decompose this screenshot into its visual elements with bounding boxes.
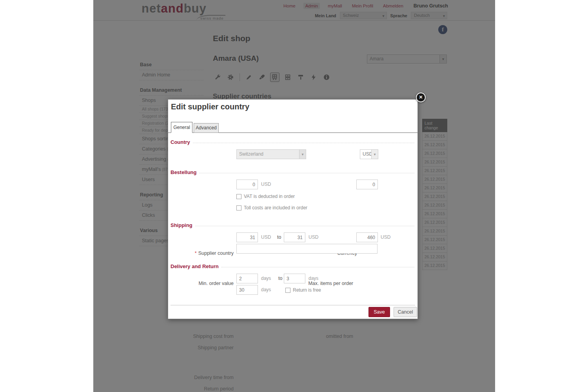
shipping-to-word: to [277,232,281,242]
return-free-label: Return is free [293,287,321,293]
omitted-unit: USD [381,232,390,242]
cancel-button[interactable]: Cancel [394,307,417,317]
required-asterisk: * [195,250,197,256]
toll-checkbox-label: Toll costs are included in order [244,205,307,211]
footer-separator [171,305,415,305]
shipping-to-unit: USD [309,232,318,242]
shipping-cost-from-input[interactable] [236,232,258,242]
chevron-down-icon: ▾ [371,150,378,159]
return-free-checkbox-row[interactable]: Return is free [285,287,321,293]
delivery-from-unit: days [261,274,271,283]
edit-supplier-country-dialog: Edit supplier country General Advanced C… [168,99,418,319]
supplier-country-label: *Supplier country [168,249,234,258]
shipping-partner-label: Shipping partner [168,343,234,353]
delivery-to-input[interactable] [284,274,305,283]
min-order-unit: USD [261,180,271,189]
omitted-from-label: omitted from [286,332,353,341]
return-period-unit: days [261,285,271,295]
shipping-partner-input[interactable] [236,244,377,254]
supplier-country-select[interactable]: Switzerland▾ [236,149,306,159]
section-shipping: Shipping [171,222,414,228]
vat-checkbox-label: VAT is deducted in order [244,194,295,199]
vat-checkbox-row[interactable]: VAT is deducted in order [236,194,295,199]
max-items-input[interactable] [356,180,378,189]
min-order-value-input[interactable] [236,180,258,189]
vat-checkbox[interactable] [236,194,241,199]
viewport: netandbuy swiss made HomeAdminmyMallMein… [0,0,588,392]
section-order: Bestellung [171,169,414,175]
close-icon[interactable]: ✕ [416,93,426,102]
tab-advanced[interactable]: Advanced [194,123,219,133]
delivery-to-unit: days [309,274,318,283]
omitted-from-input[interactable] [356,232,378,242]
toll-checkbox-row[interactable]: Toll costs are included in order [236,205,307,211]
save-button[interactable]: Save [368,307,390,317]
shipping-cost-to-input[interactable] [284,232,305,242]
tab-general[interactable]: General [171,122,192,133]
delivery-to-word: to [278,274,282,283]
return-period-input[interactable] [236,285,258,295]
return-free-checkbox[interactable] [285,288,290,293]
return-period-label: Return period [168,384,234,392]
shipping-from-unit: USD [261,232,271,242]
toll-checkbox[interactable] [236,205,241,211]
min-order-value-label: Min. order value [168,279,234,289]
chevron-down-icon: ▾ [299,150,306,159]
section-delivery: Delivery and Return [171,263,414,269]
section-country: Country [171,139,414,145]
delivery-from-input[interactable] [236,274,258,283]
delivery-time-label: Delivery time from [168,373,234,383]
shipping-cost-label: Shipping cost from [168,332,234,341]
currency-select[interactable]: USD▾ [360,149,378,159]
dialog-title: Edit supplier country [171,102,249,111]
